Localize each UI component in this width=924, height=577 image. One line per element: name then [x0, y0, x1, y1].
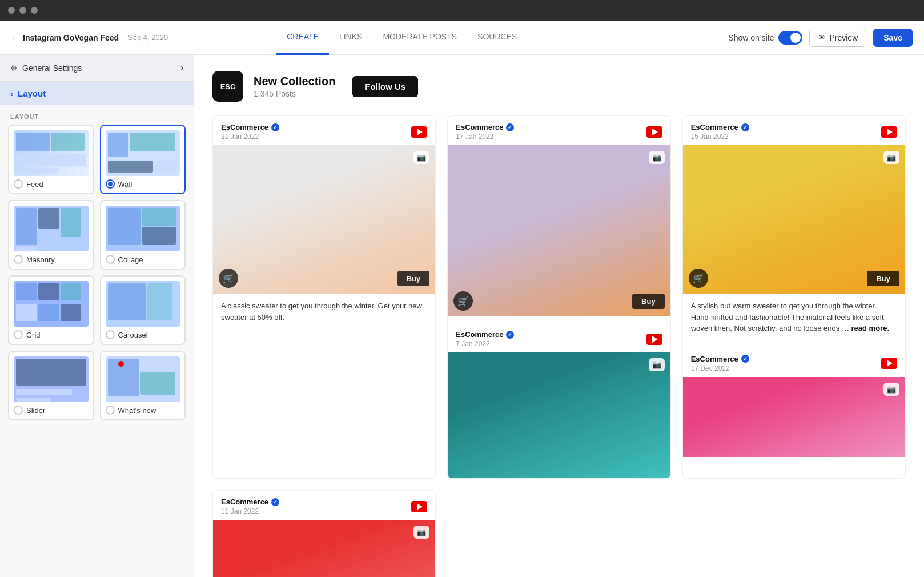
- layout-label-feed: Feed: [14, 179, 89, 189]
- feed-date: Sep 4, 2020: [128, 33, 168, 42]
- post-author-4: EsCommerce ✓ 11 Jan 2022: [221, 498, 279, 515]
- yt-play-1: [417, 129, 423, 135]
- post-author-name-1: EsCommerce: [221, 123, 268, 131]
- topnav-tabs: CREATE LINKS MODERATE POSTS SOURCES: [276, 21, 527, 55]
- layout-item-slider[interactable]: Slider: [8, 351, 94, 420]
- posts-grid: EsCommerce ✓ 21 Jan 2022 📷 🛒 Buy: [212, 115, 906, 577]
- layout-label-grid: Grid: [14, 330, 89, 339]
- post-header-2: EsCommerce ✓ 17 Jan 2022: [448, 116, 670, 145]
- camera-icon-2b: 📷: [649, 358, 665, 371]
- post-date-2b: 7 Jan 2022: [456, 340, 514, 348]
- yt-play-2b: [652, 336, 658, 343]
- post-card-2: EsCommerce ✓ 17 Jan 2022 📷 🛒 Buy: [447, 115, 670, 479]
- post-header-2b: EsCommerce ✓ 7 Jan 2022: [448, 323, 670, 352]
- post-card-3: EsCommerce ✓ 15 Jan 2022 📷 🛒 Buy: [682, 115, 906, 479]
- layout-thumb-slider: [14, 356, 89, 402]
- tab-create[interactable]: CREATE: [276, 21, 329, 55]
- cart-icon-2[interactable]: 🛒: [453, 291, 473, 311]
- radio-wall: [106, 179, 115, 189]
- general-settings-label: General Settings: [22, 63, 82, 73]
- save-button[interactable]: Save: [873, 29, 913, 47]
- show-site-toggle[interactable]: [778, 31, 802, 45]
- layout-section[interactable]: ‹ Layout: [0, 82, 194, 105]
- yt-play-3: [887, 129, 893, 135]
- post-image-2b: 📷: [448, 352, 670, 478]
- youtube-icon-3: [881, 126, 897, 138]
- feed-info: New Collection 1,345 Posts: [254, 75, 335, 98]
- layout-thumb-carousel: [106, 281, 180, 327]
- verified-badge-3b: ✓: [741, 355, 749, 363]
- topnav: ← Instagram GoVegan Feed Sep 4, 2020 CRE…: [0, 21, 924, 55]
- layout-label-whatsnew: What's new: [106, 406, 180, 415]
- tab-sources[interactable]: SOURCES: [467, 21, 527, 55]
- preview-button[interactable]: 👁 Preview: [809, 29, 866, 47]
- buy-button-3[interactable]: Buy: [867, 271, 899, 286]
- feed-name: New Collection: [254, 75, 335, 88]
- gear-icon: ⚙: [10, 63, 18, 73]
- yt-play-3b: [887, 360, 893, 367]
- youtube-icon-2b: [646, 334, 662, 345]
- follow-button[interactable]: Follow Us: [352, 76, 418, 97]
- youtube-icon-4: [411, 501, 427, 512]
- post-action-bar-1: 🛒 Buy: [219, 269, 429, 288]
- radio-masonry: [14, 255, 23, 264]
- feed-avatar: ESC: [212, 71, 243, 102]
- feed-posts-count: 1,345 Posts: [254, 89, 335, 98]
- topnav-right: Show on site 👁 Preview Save: [728, 29, 913, 47]
- layout-thumb-collage: [106, 206, 180, 251]
- camera-icon-4: 📷: [413, 526, 429, 539]
- radio-slider: [14, 406, 23, 415]
- youtube-icon-1: [411, 126, 427, 138]
- layout-item-feed[interactable]: Feed: [8, 125, 94, 194]
- buy-button-1[interactable]: Buy: [397, 271, 430, 286]
- layout-label-slider: Slider: [14, 406, 89, 415]
- layout-item-wall[interactable]: Wall: [100, 125, 186, 194]
- yt-play-2: [652, 129, 658, 135]
- layout-label-collage: Collage: [106, 255, 180, 264]
- layout-item-grid[interactable]: Grid: [8, 275, 94, 345]
- layout-thumb-masonry: [14, 206, 89, 251]
- layout-item-carousel[interactable]: Carousel: [100, 275, 186, 345]
- chevron-right-icon: ›: [180, 63, 183, 73]
- post-author-3b: EsCommerce ✓ 17 Dec 2022: [691, 355, 749, 372]
- titlebar-dot-1: [8, 7, 15, 14]
- tab-moderate-posts[interactable]: MODERATE POSTS: [372, 21, 467, 55]
- show-site-toggle-wrap: Show on site: [728, 31, 802, 45]
- main-layout: ⚙ General Settings › ‹ Layout LAYOUT: [0, 55, 924, 577]
- post-date-3b: 17 Dec 2022: [691, 364, 749, 372]
- layout-item-masonry[interactable]: Masonry: [8, 200, 94, 270]
- post-image-1: 📷 🛒 Buy: [213, 145, 435, 294]
- feed-title: Instagram GoVegan Feed: [23, 33, 119, 42]
- post-card-1: EsCommerce ✓ 21 Jan 2022 📷 🛒 Buy: [212, 115, 436, 479]
- titlebar: [0, 0, 924, 21]
- titlebar-dot-3: [31, 7, 38, 14]
- cart-icon-1[interactable]: 🛒: [219, 269, 238, 288]
- verified-badge-1: ✓: [271, 123, 279, 131]
- layout-thumb-grid: [14, 281, 89, 327]
- post-author-3: EsCommerce ✓ 15 Jan 2022: [691, 123, 749, 141]
- back-button[interactable]: ← Instagram GoVegan Feed Sep 4, 2020: [11, 33, 168, 42]
- camera-icon-3: 📷: [883, 151, 899, 164]
- verified-badge-2b: ✓: [506, 331, 514, 339]
- cart-icon-3[interactable]: 🛒: [689, 269, 708, 288]
- yt-play-4: [417, 503, 423, 510]
- layout-label-carousel: Carousel: [106, 330, 180, 339]
- read-more-3[interactable]: read more.: [851, 324, 889, 332]
- youtube-icon-3b: [881, 358, 897, 369]
- tab-links[interactable]: LINKS: [329, 21, 372, 55]
- post-date-2: 17 Jan 2022: [456, 133, 514, 141]
- post-header-4: EsCommerce ✓ 11 Jan 2022: [213, 491, 435, 520]
- post-author-name-3b: EsCommerce: [691, 355, 738, 363]
- layout-item-whatsnew[interactable]: What's new: [100, 351, 186, 420]
- sidebar: ⚙ General Settings › ‹ Layout LAYOUT: [0, 55, 194, 577]
- buy-button-2[interactable]: Buy: [632, 294, 665, 309]
- radio-grid: [14, 330, 23, 339]
- layout-item-collage[interactable]: Collage: [100, 200, 186, 270]
- radio-carousel: [106, 330, 115, 339]
- radio-collage: [106, 255, 115, 264]
- post-action-bar-2: 🛒 Buy: [453, 291, 664, 311]
- content-area: ESC New Collection 1,345 Posts Follow Us…: [194, 55, 924, 577]
- general-settings-row[interactable]: ⚙ General Settings ›: [0, 55, 194, 82]
- post-image-2: 📷 🛒 Buy: [448, 145, 670, 316]
- feed-header: ESC New Collection 1,345 Posts Follow Us: [212, 71, 906, 102]
